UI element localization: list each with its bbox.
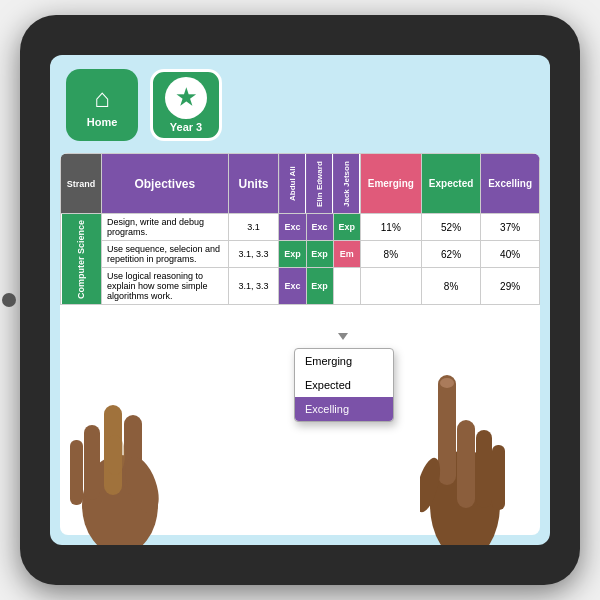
col-header-units: Units <box>228 154 279 214</box>
student0-val-row0[interactable]: Exc <box>279 214 306 241</box>
col-header-student-2: Jack Jetson <box>333 154 360 214</box>
expected-pct-0: 52% <box>421 214 480 241</box>
student1-val-row1[interactable]: Exp <box>306 241 333 268</box>
dropdown-menu[interactable]: Emerging Expected Excelling <box>294 348 394 422</box>
dropdown-item-emerging[interactable]: Emerging <box>295 349 393 373</box>
student1-val-row0[interactable]: Exc <box>306 214 333 241</box>
expected-pct-1: 62% <box>421 241 480 268</box>
objective-cell-1: Use sequence, selecion and repetition in… <box>101 241 228 268</box>
year3-badge: ★ <box>165 77 207 119</box>
units-cell-1: 3.1, 3.3 <box>228 241 279 268</box>
units-cell-2: 3.1, 3.3 <box>228 268 279 305</box>
col-header-strand: Strand <box>61 154 102 214</box>
excelling-pct-1: 40% <box>481 241 540 268</box>
tablet-home-button[interactable] <box>2 293 16 307</box>
student2-val-row1[interactable]: Em <box>333 241 360 268</box>
emerging-pct-2 <box>360 268 421 305</box>
emerging-pct-1: 8% <box>360 241 421 268</box>
objective-cell-0: Design, write and debug programs. <box>101 214 228 241</box>
tablet-screen: ⌂ Home ★ Year 3 Strand Objectives Units … <box>50 55 550 545</box>
student1-val-row2[interactable]: Exp <box>306 268 333 305</box>
table-row: Use logical reasoning to explain how som… <box>61 268 540 305</box>
units-cell-0: 3.1 <box>228 214 279 241</box>
strand-cell: Computer Science <box>61 214 102 305</box>
student0-val-row1[interactable]: Exp <box>279 241 306 268</box>
col-header-excelling: Excelling <box>481 154 540 214</box>
student2-val-row0[interactable]: Exp <box>333 214 360 241</box>
dropdown-item-expected[interactable]: Expected <box>295 373 393 397</box>
emerging-pct-0: 11% <box>360 214 421 241</box>
col-header-objectives: Objectives <box>101 154 228 214</box>
excelling-pct-0: 37% <box>481 214 540 241</box>
year3-label: Year 3 <box>170 121 202 133</box>
col-header-expected: Expected <box>421 154 480 214</box>
table-row: Computer Science Design, write and debug… <box>61 214 540 241</box>
excelling-pct-2: 29% <box>481 268 540 305</box>
col-header-student-0: Abdul Ali <box>279 154 306 214</box>
tablet-device: ⌂ Home ★ Year 3 Strand Objectives Units … <box>20 15 580 585</box>
col-header-student-1: Elin Edward <box>306 154 333 214</box>
home-label: Home <box>87 116 118 128</box>
col-header-emerging: Emerging <box>360 154 421 214</box>
objective-cell-2: Use logical reasoning to explain how som… <box>101 268 228 305</box>
expected-pct-2: 8% <box>421 268 480 305</box>
student2-val-row2[interactable] <box>333 268 360 305</box>
star-icon: ★ <box>176 85 196 111</box>
data-table-wrapper: Strand Objectives Units Abdul Ali Elin E… <box>60 153 540 535</box>
student0-val-row2[interactable]: Exc <box>279 268 306 305</box>
home-icon: ⌂ <box>94 83 110 114</box>
table-row: Use sequence, selecion and repetition in… <box>61 241 540 268</box>
nav-bar: ⌂ Home ★ Year 3 <box>60 65 540 145</box>
dropdown-item-excelling[interactable]: Excelling <box>295 397 393 421</box>
home-button[interactable]: ⌂ Home <box>66 69 138 141</box>
year3-button[interactable]: ★ Year 3 <box>150 69 222 141</box>
dropdown-arrow-indicator <box>338 333 348 340</box>
data-table: Strand Objectives Units Abdul Ali Elin E… <box>60 153 540 305</box>
